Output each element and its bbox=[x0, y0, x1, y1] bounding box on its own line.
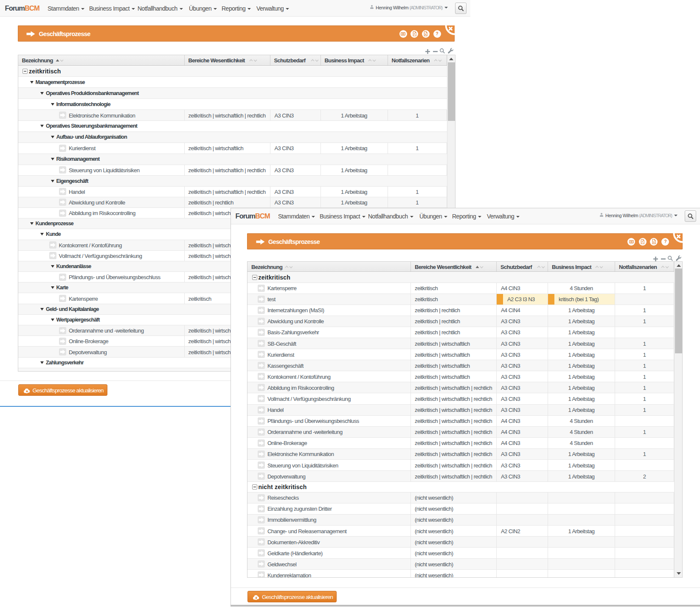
svg-text:?: ? bbox=[436, 31, 438, 36]
